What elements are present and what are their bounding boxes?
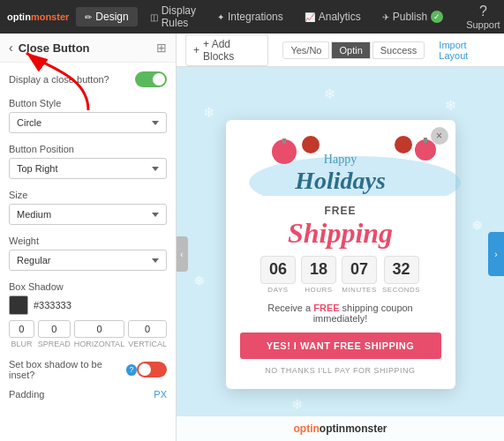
countdown-days: 06 DAYS: [260, 256, 296, 294]
happy-text: Happy: [295, 153, 386, 167]
box-shadow-color-row: #333333: [9, 295, 167, 315]
grid-icon[interactable]: ⊞: [156, 41, 167, 55]
display-close-toggle[interactable]: [135, 71, 167, 87]
tab-yes-no[interactable]: Yes/No: [282, 41, 329, 59]
blur-label: BLUR: [11, 340, 32, 348]
om-logo: optinoptinmonster: [294, 422, 387, 435]
countdown-days-value: 06: [260, 256, 296, 284]
support-button[interactable]: ? Support: [459, 0, 504, 34]
weight-select[interactable]: Light Regular Bold: [9, 250, 167, 271]
box-shadow-label: Box Shadow: [9, 281, 167, 292]
nav-tab-display-rules[interactable]: ◫ Display Rules: [141, 1, 205, 33]
shipping-label: Shipping: [240, 219, 441, 247]
panel-body: Display a close button? Button Style Cir…: [0, 63, 176, 441]
content-toolbar: + + Add Blocks Yes/No Optin Success Impo…: [177, 34, 504, 67]
countdown-hours-value: 18: [301, 256, 336, 284]
integrations-icon: ✦: [217, 12, 224, 22]
button-style-field: Button Style Circle Square None: [9, 98, 167, 133]
nav-tab-integrations[interactable]: ✦ Integrations: [208, 7, 292, 26]
snowflake-10: ❅: [471, 217, 483, 234]
display-rules-icon: ◫: [150, 12, 158, 22]
nav-tab-analytics[interactable]: 📈 Analytics: [296, 7, 370, 26]
inset-label-text: Set box shadow to be inset?: [9, 359, 124, 380]
shadow-color-swatch[interactable]: [9, 295, 28, 315]
shadow-color-value: #333333: [34, 300, 71, 310]
display-close-toggle-row: Display a close button?: [9, 71, 167, 87]
panel-header: ‹ Close Button ⊞: [0, 34, 176, 63]
shadow-inputs: BLUR SPREAD HORIZONTAL VERTICAL: [9, 320, 167, 348]
left-panel: ‹ Close Button ⊞ Display a close button?…: [0, 34, 177, 441]
button-position-select[interactable]: Top Right Top Left Bottom Right Bottom L…: [9, 158, 167, 179]
button-style-select[interactable]: Circle Square None: [9, 112, 167, 133]
left-panel-collapse-handle[interactable]: ‹: [177, 236, 188, 272]
countdown-minutes-label: MINUTES: [342, 286, 377, 294]
countdown-minutes-value: 07: [342, 256, 377, 284]
publish-icon: ✈: [382, 12, 389, 22]
weight-label: Weight: [9, 235, 167, 246]
horizontal-input[interactable]: [74, 320, 124, 338]
nav-logo: optinmonster: [7, 11, 69, 22]
cta-button[interactable]: YES! I WANT FREE SHIPPING: [240, 333, 441, 359]
padding-label: Padding: [9, 389, 44, 400]
right-area: + + Add Blocks Yes/No Optin Success Impo…: [177, 34, 504, 441]
add-blocks-label: + Add Blocks: [203, 38, 260, 63]
panel-title: Close Button: [19, 41, 156, 55]
nav-tab-publish-label: Publish: [393, 11, 427, 23]
size-select[interactable]: Small Medium Large: [9, 204, 167, 225]
spread-input[interactable]: [38, 320, 71, 338]
countdown-seconds: 32 SECONDS: [382, 256, 420, 294]
inset-toggle[interactable]: [137, 362, 167, 377]
holiday-header: Happy Holidays: [240, 134, 441, 205]
inset-label: Set box shadow to be inset? ?: [9, 359, 137, 380]
right-panel-handle[interactable]: ›: [488, 232, 504, 276]
svg-rect-6: [282, 138, 286, 144]
spread-input-wrap: SPREAD: [38, 320, 71, 348]
back-button[interactable]: ‹: [9, 41, 13, 55]
holiday-popup-card: ×: [226, 120, 455, 389]
plus-icon: +: [193, 44, 199, 56]
snowflake-1: ❄: [203, 104, 214, 121]
tab-optin[interactable]: Optin: [331, 41, 370, 59]
countdown-days-label: DAYS: [267, 286, 288, 294]
snowflake-11: ❄: [291, 396, 303, 413]
view-tab-group: Yes/No Optin Success: [282, 41, 425, 59]
tab-success[interactable]: Success: [372, 41, 425, 59]
inset-help-icon[interactable]: ?: [126, 364, 137, 376]
import-layout-button[interactable]: Import Layout: [439, 40, 495, 61]
free-label: FREE: [240, 205, 441, 217]
countdown-seconds-label: SECONDS: [382, 286, 420, 294]
vertical-input[interactable]: [128, 320, 167, 338]
snowflake-6: ❅: [193, 273, 205, 289]
card-subtitle: Receive a FREE shipping coupon immediate…: [240, 303, 441, 324]
main-layout: ‹ Close Button ⊞ Display a close button?…: [0, 34, 504, 441]
nav-tab-integrations-label: Integrations: [228, 11, 283, 23]
horizontal-input-wrap: HORIZONTAL: [74, 320, 124, 348]
top-nav: optinmonster ✏ Design ◫ Display Rules ✦ …: [0, 0, 504, 34]
svg-rect-7: [424, 138, 427, 143]
box-shadow-field: Box Shadow #333333 BLUR SPREAD: [9, 281, 167, 348]
size-field: Size Small Medium Large: [9, 190, 167, 225]
countdown-hours-label: HOURS: [305, 286, 332, 294]
spread-label: SPREAD: [38, 340, 71, 348]
nav-tab-design[interactable]: ✏ Design: [76, 7, 137, 26]
weight-field: Weight Light Regular Bold: [9, 235, 167, 271]
blur-input[interactable]: [9, 320, 34, 338]
snowflake-5: ❄: [445, 97, 456, 114]
button-style-label: Button Style: [9, 98, 167, 108]
inset-row: Set box shadow to be inset? ?: [9, 359, 167, 380]
no-thanks-link[interactable]: NO THANKS I'LL PAY FOR SHIPPING: [240, 366, 441, 375]
om-bar: optinoptinmonster: [177, 416, 504, 441]
nav-tab-publish[interactable]: ✈ Publish ✓: [373, 7, 452, 26]
countdown-hours: 18 HOURS: [301, 256, 336, 294]
design-icon: ✏: [85, 12, 92, 22]
add-blocks-button[interactable]: + + Add Blocks: [185, 34, 268, 66]
countdown-seconds-value: 32: [384, 256, 419, 284]
display-close-label: Display a close button?: [9, 74, 109, 85]
countdown-minutes: 07 MINUTES: [342, 256, 377, 294]
nav-tab-design-label: Design: [95, 11, 128, 23]
holidays-text: Holidays: [295, 167, 386, 195]
nav-tab-analytics-label: Analytics: [319, 11, 361, 23]
padding-unit[interactable]: PX: [154, 389, 167, 400]
support-label: Support: [466, 19, 500, 30]
vertical-input-wrap: VERTICAL: [128, 320, 167, 348]
